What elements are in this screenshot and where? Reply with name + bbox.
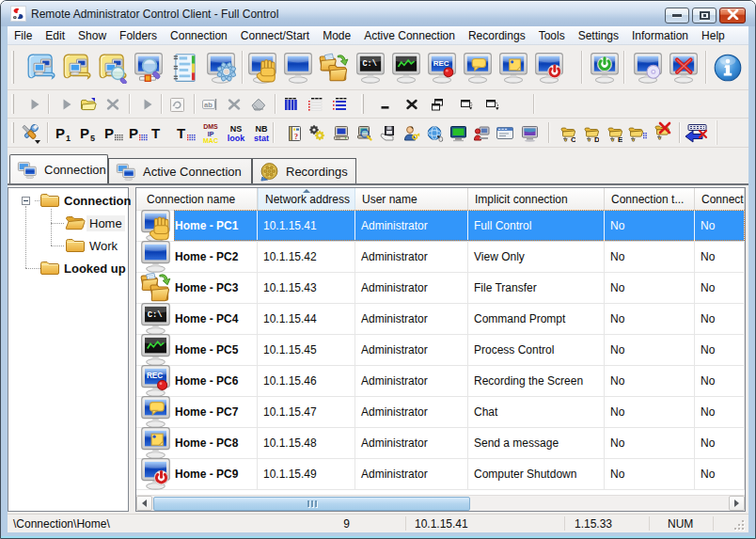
nb-stat-button[interactable]: NB stat (250, 121, 273, 145)
user-sessions-button[interactable] (400, 121, 422, 145)
process-control-button[interactable] (390, 51, 422, 85)
menu-folders[interactable]: Folders (113, 26, 164, 45)
remote-console-button[interactable] (494, 121, 516, 145)
table-row-home-pc7[interactable]: Home - PC710.1.15.47AdministratorChatNoN… (136, 397, 745, 428)
connect-through-host-button[interactable] (61, 51, 93, 85)
new-connection-button[interactable] (25, 51, 57, 85)
menu-mode[interactable]: Mode (316, 26, 357, 45)
rename-button[interactable]: ab (199, 94, 220, 115)
table-row-home-pc6[interactable]: REC Home - PC610.1.15.46AdministratorRec… (136, 366, 745, 397)
column-header-network-address[interactable]: Network address (258, 188, 355, 211)
cascade-windows-button[interactable] (455, 94, 476, 115)
tree-expander-minus[interactable] (22, 197, 30, 205)
traceroute-continuous-button[interactable]: T (175, 121, 197, 145)
send-message-button[interactable] (497, 51, 529, 85)
maximize-button[interactable] (692, 8, 717, 24)
resize-grip[interactable] (732, 517, 744, 530)
table-row-home-pc8[interactable]: Home - PC810.1.15.48AdministratorSend a … (136, 428, 745, 459)
menu-show[interactable]: Show (71, 26, 113, 45)
find-computer-button[interactable] (133, 51, 165, 85)
command-prompt-button[interactable]: C:\ (354, 51, 386, 85)
computer-info-button[interactable] (330, 121, 353, 145)
tab-recordings[interactable]: Recordings (252, 158, 356, 183)
start-disabled-button[interactable] (24, 94, 45, 115)
minimize-button[interactable] (665, 8, 689, 24)
table-row-home-pc9[interactable]: Home - PC910.1.15.49AdministratorCompute… (136, 459, 745, 490)
scroll-right-button[interactable] (729, 496, 745, 511)
map-drive-d-button[interactable]: D (580, 121, 603, 145)
erase-button[interactable] (247, 94, 268, 115)
tree-item-looked-up[interactable]: Looked up (64, 262, 126, 276)
wake-on-lan-button[interactable] (589, 51, 621, 85)
disconnect-button[interactable] (668, 51, 700, 85)
address-book-button[interactable]: ? (283, 121, 306, 145)
remote-screen-button[interactable] (447, 121, 469, 145)
computer-shutdown-button[interactable] (533, 51, 565, 85)
table-row-home-pc2[interactable]: Home - PC210.1.15.42AdministratorView On… (136, 242, 745, 273)
refresh-button[interactable] (166, 94, 187, 115)
network-browse-button[interactable] (423, 121, 446, 145)
open-connection-button[interactable] (78, 94, 99, 115)
table-row-home-pc1[interactable]: Home - PC110.1.15.41AdministratorFull Co… (136, 211, 745, 242)
shared-resources-button[interactable] (376, 121, 399, 145)
file-transfer-button[interactable] (318, 51, 350, 85)
view-list-button[interactable] (305, 94, 325, 115)
menu-file[interactable]: File (8, 26, 39, 45)
about-button[interactable] (712, 51, 744, 85)
start-mode-button[interactable] (137, 94, 158, 115)
toolbar-grip[interactable] (11, 94, 14, 114)
table-row-home-pc4[interactable]: C:\ Home - PC410.1.15.44AdministratorCom… (136, 304, 745, 335)
column-header-user-name[interactable]: User name (355, 188, 468, 211)
services-button[interactable] (306, 121, 328, 145)
dns-ip-mac-button[interactable]: DMS IP MAC (199, 121, 222, 145)
delete-connection-button[interactable] (102, 94, 123, 115)
menu-active-connection[interactable]: Active Connection (357, 26, 462, 45)
ping-1-button[interactable]: P1 (54, 121, 76, 145)
tree-item-connection[interactable]: Connection (64, 194, 132, 208)
map-drive-e-button[interactable]: E (604, 121, 626, 145)
connection-properties-button[interactable] (169, 51, 201, 85)
menu-information[interactable]: Information (625, 26, 695, 45)
scrollbar-thumb[interactable] (153, 497, 470, 511)
toolbar-grip[interactable] (11, 122, 14, 143)
computer-search-button[interactable] (353, 121, 375, 145)
unmap-drive-button[interactable] (651, 121, 673, 145)
menu-help[interactable]: Help (695, 26, 732, 45)
delete-item-button[interactable] (224, 94, 244, 115)
tree-item-work[interactable]: Work (89, 239, 118, 253)
title-bar[interactable]: Remote Administrator Control Client - Fu… (1, 1, 755, 26)
horizontal-scrollbar[interactable] (136, 495, 745, 511)
connection-options-button[interactable] (205, 51, 237, 85)
toolbar-grip[interactable] (361, 94, 364, 114)
close-button[interactable] (719, 8, 746, 24)
column-header-connection-t-[interactable]: Connection t... (605, 188, 695, 211)
remote-user-button[interactable] (470, 121, 493, 145)
ping-5-button[interactable]: P5 (78, 121, 101, 145)
remote-view-button[interactable] (518, 121, 541, 145)
table-row-home-pc5[interactable]: Home - PC510.1.15.45AdministratorProcess… (136, 335, 745, 366)
toolbar-grip[interactable] (11, 51, 14, 84)
ns-lookup-button[interactable]: NS look (225, 121, 247, 145)
table-row-home-pc3[interactable]: Home - PC310.1.15.43AdministratorFile Tr… (136, 273, 745, 304)
column-header-implicit-connection[interactable]: Implicit connection (468, 188, 605, 211)
record-screen-button[interactable]: REC (426, 51, 458, 85)
full-control-button[interactable] (246, 51, 278, 85)
ping-continuous-button[interactable]: P (102, 121, 125, 145)
map-drive-other-button[interactable] (627, 121, 650, 145)
scroll-left-button[interactable] (136, 496, 152, 511)
view-only-button[interactable] (282, 51, 314, 85)
menu-settings[interactable]: Settings (572, 26, 625, 45)
tile-windows-button[interactable] (482, 94, 503, 115)
menu-connect-start[interactable]: Connect/Start (234, 26, 316, 45)
tab-active-connection[interactable]: Active Connection (108, 158, 252, 183)
menu-tools[interactable]: Tools (532, 26, 572, 45)
tree-item-home[interactable]: Home (87, 215, 125, 231)
column-header-connecti[interactable]: Connecti (695, 188, 745, 211)
traceroute-button[interactable]: T (150, 121, 172, 145)
menu-recordings[interactable]: Recordings (462, 26, 532, 45)
column-header-connection-name[interactable]: Connection name (136, 188, 258, 211)
disconnect-mapping-button[interactable] (685, 121, 707, 145)
tab-connection[interactable]: Connection (9, 154, 108, 183)
cd-open-button[interactable] (632, 51, 664, 85)
chat-button[interactable] (462, 51, 494, 85)
